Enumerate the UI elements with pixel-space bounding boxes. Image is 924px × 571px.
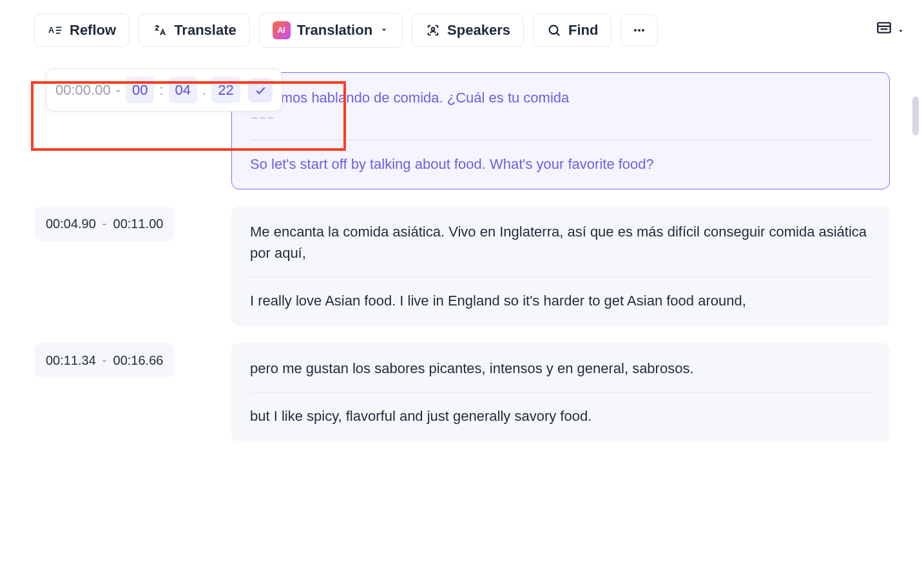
more-icon: [631, 23, 647, 38]
reflow-icon: A: [48, 23, 63, 38]
scrollbar-thumb[interactable]: [912, 97, 919, 135]
search-icon: [546, 23, 562, 38]
translation-label: Translation: [297, 22, 372, 39]
wave-underline: ~~~: [251, 110, 871, 127]
segment-row: 00:04.90 - 00:11.00 Me encanta la comida…: [34, 206, 890, 326]
segment-row: 00:11.34 - 00:16.66 pero me gustan los s…: [34, 343, 890, 441]
time-range[interactable]: 00:04.90 - 00:11.00: [34, 206, 175, 241]
time-range[interactable]: 00:11.34 - 00:16.66: [34, 343, 175, 378]
confirm-button[interactable]: [248, 78, 273, 102]
divider: [250, 140, 871, 140]
segment-target: but I like spicy, flavorful and just gen…: [250, 405, 871, 427]
segment-text[interactable]: Me encanta la comida asiática. Vivo en I…: [231, 206, 890, 326]
segment-source: Me encanta la comida asiática. Vivo en I…: [250, 221, 871, 264]
speakers-button[interactable]: Speakers: [412, 14, 524, 47]
reflow-button[interactable]: A Reflow: [34, 14, 130, 47]
time-editor[interactable]: 00:00.00 - 00 : 04 . 22: [46, 68, 282, 111]
find-label: Find: [568, 22, 598, 39]
editor-centis[interactable]: 22: [211, 77, 240, 103]
editor-start: 00:00.00: [55, 79, 111, 101]
view-icon: [876, 19, 892, 42]
segment-source: pecemos hablando de comida. ¿Cuál es tu …: [250, 87, 871, 108]
transcript-content: 00:00.00 - 00 : 04 . 22 pecemos hablando…: [10, 72, 914, 441]
dash-label: -: [102, 351, 107, 370]
segment-row: 00:00.00 - 00 : 04 . 22 pecemos hablando…: [34, 72, 890, 189]
ai-icon: AI: [273, 21, 291, 39]
translate-label: Translate: [174, 22, 236, 39]
dot-label: .: [202, 79, 206, 101]
chevron-down-icon: [379, 22, 389, 39]
svg-point-8: [638, 29, 640, 32]
time-end: 00:16.66: [113, 351, 164, 370]
time-end: 00:11.00: [113, 214, 164, 233]
scrollbar[interactable]: [912, 97, 919, 454]
segment-text[interactable]: pero me gustan los sabores picantes, int…: [231, 343, 890, 441]
time-start: 00:11.34: [46, 351, 96, 370]
svg-text:A: A: [48, 25, 54, 35]
chevron-down-icon: [896, 20, 905, 41]
divider: [250, 276, 871, 277]
toolbar: A Reflow Translate AI Translation Speake…: [10, 13, 914, 48]
divider: [250, 392, 871, 392]
svg-point-5: [550, 26, 558, 34]
svg-rect-10: [878, 23, 890, 32]
segment-text-active[interactable]: pecemos hablando de comida. ¿Cuál es tu …: [231, 72, 890, 189]
svg-point-4: [432, 28, 435, 31]
dash-label: -: [102, 214, 107, 233]
time-start: 00:04.90: [46, 214, 96, 233]
find-button[interactable]: Find: [533, 14, 611, 47]
more-button[interactable]: [621, 14, 658, 46]
editor-minutes[interactable]: 00: [126, 77, 154, 103]
speakers-icon: [425, 23, 441, 38]
reflow-label: Reflow: [70, 22, 116, 39]
dash-label: -: [116, 79, 120, 101]
speakers-label: Speakers: [447, 22, 510, 39]
translate-icon: [152, 23, 168, 38]
segment-target: I really love Asian food. I live in Engl…: [250, 290, 871, 311]
svg-point-9: [642, 29, 644, 32]
segment-source: pero me gustan los sabores picantes, int…: [250, 358, 871, 379]
svg-line-6: [557, 33, 559, 35]
view-dropdown[interactable]: [876, 19, 905, 42]
segment-target: So let's start off by talking about food…: [250, 153, 871, 175]
translate-button[interactable]: Translate: [139, 14, 250, 47]
colon-label: :: [159, 79, 163, 101]
svg-point-7: [634, 29, 637, 32]
editor-seconds[interactable]: 04: [169, 77, 197, 103]
translation-dropdown[interactable]: AI Translation: [259, 13, 403, 48]
